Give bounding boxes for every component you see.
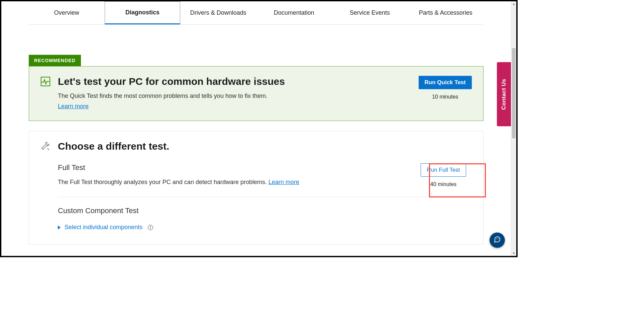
quick-test-description: The Quick Test finds the most common pro… <box>58 93 411 100</box>
tab-service-events[interactable]: Service Events <box>332 1 408 24</box>
quick-test-title: Let's test your PC for common hardware i… <box>58 76 411 87</box>
full-test-description-text: The Full Test thoroughly analyzes your P… <box>58 179 269 185</box>
tab-overview[interactable]: Overview <box>29 1 105 24</box>
section-divider <box>58 197 472 197</box>
quick-test-body: Let's test your PC for common hardware i… <box>58 76 411 110</box>
contact-us-label: Contact Us <box>501 79 507 110</box>
full-test-description: The Full Test thoroughly analyzes your P… <box>58 179 415 186</box>
chat-fab-button[interactable] <box>490 232 505 248</box>
scroll-up-arrow-icon[interactable]: ▴ <box>511 1 516 7</box>
select-components-label: Select individual components <box>65 224 142 231</box>
heartbeat-icon <box>40 76 50 87</box>
custom-test-section: Custom Component Test <box>40 206 472 222</box>
chevron-right-icon <box>58 225 61 229</box>
info-icon[interactable]: ! <box>148 225 153 230</box>
choose-different-test-card: Choose a different test. Full Test The F… <box>29 131 484 245</box>
tab-documentation[interactable]: Documentation <box>256 1 332 24</box>
contact-us-tab[interactable]: Contact Us <box>497 62 511 126</box>
diagnostics-content: RECOMMENDED Let's test your PC for commo… <box>29 25 484 245</box>
tab-bar: Overview Diagnostics Drivers & Downloads… <box>29 1 484 25</box>
full-test-learn-more-link[interactable]: Learn more <box>269 179 299 185</box>
run-full-test-button[interactable]: Run Full Test <box>421 163 466 177</box>
full-test-duration: 40 minutes <box>415 181 472 187</box>
scrollbar-thumb[interactable] <box>512 48 516 138</box>
tab-drivers-downloads[interactable]: Drivers & Downloads <box>180 1 256 24</box>
choose-different-test-title: Choose a different test. <box>58 141 169 152</box>
full-test-section: Full Test The Full Test thoroughly analy… <box>40 163 472 197</box>
quick-test-learn-more-link[interactable]: Learn more <box>58 103 89 110</box>
chat-icon <box>494 236 501 245</box>
scroll-down-arrow-icon[interactable]: ▾ <box>511 251 516 256</box>
scroll-area: Overview Diagnostics Drivers & Downloads… <box>1 1 511 256</box>
window-frame: Overview Diagnostics Drivers & Downloads… <box>0 0 518 257</box>
tab-parts-accessories[interactable]: Parts & Accessories <box>408 1 484 24</box>
full-test-title: Full Test <box>58 163 415 172</box>
select-components-expander[interactable]: Select individual components ! <box>40 224 472 231</box>
quick-test-duration: 10 minutes <box>419 94 472 100</box>
recommended-badge: RECOMMENDED <box>29 55 81 66</box>
vertical-scrollbar[interactable]: ▴ ▾ <box>511 1 516 256</box>
custom-test-title: Custom Component Test <box>58 206 472 215</box>
page-content: Overview Diagnostics Drivers & Downloads… <box>29 1 484 256</box>
tab-diagnostics[interactable]: Diagnostics <box>105 1 181 24</box>
run-quick-test-button[interactable]: Run Quick Test <box>419 76 472 89</box>
quick-test-actions: Run Quick Test 10 minutes <box>419 76 472 100</box>
quick-test-card: Let's test your PC for common hardware i… <box>29 66 484 121</box>
svg-line-1 <box>47 148 49 150</box>
tools-icon <box>40 141 50 151</box>
